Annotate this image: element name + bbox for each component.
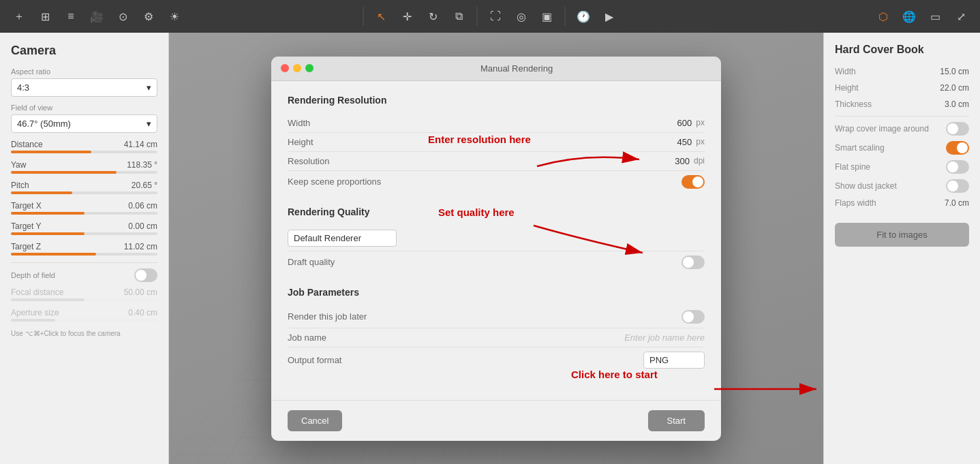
job-parameters-section: Job Parameters Render this job later Job… bbox=[288, 287, 705, 373]
job-name-row: Job name Enter job name here bbox=[288, 328, 705, 347]
depth-of-field-toggle[interactable] bbox=[134, 268, 157, 282]
target-x-value: 0.06 cm bbox=[128, 201, 157, 211]
toolbar-move-icon[interactable]: ✛ bbox=[397, 5, 418, 27]
toolbar-scene-icon[interactable]: ⛶ bbox=[485, 5, 506, 27]
toolbar-crop-icon[interactable]: ⊙ bbox=[112, 5, 134, 27]
flat-spine-row: Flat spine bbox=[835, 160, 969, 174]
toolbar-camera-icon[interactable]: 🎥 bbox=[86, 5, 108, 27]
target-y-slider[interactable] bbox=[11, 232, 157, 235]
wrap-cover-label: Wrap cover image around bbox=[835, 124, 929, 134]
job-name-label: Job name bbox=[288, 332, 369, 343]
pitch-slider[interactable] bbox=[11, 191, 157, 194]
toolbar-rotate-icon[interactable]: ↻ bbox=[423, 5, 444, 27]
thickness-prop-row: Thickness 3.0 cm bbox=[835, 99, 969, 109]
fov-chevron: ▾ bbox=[147, 119, 151, 129]
right-height-value: 22.0 cm bbox=[940, 83, 969, 93]
smart-scaling-toggle[interactable] bbox=[946, 141, 969, 155]
depth-of-field-row: Depth of field bbox=[11, 268, 157, 282]
resolution-row: Resolution 300 dpi bbox=[288, 152, 705, 171]
toolbar-sun-icon[interactable]: ☀ bbox=[164, 5, 185, 27]
toolbar-menu-icon[interactable]: ≡ bbox=[60, 5, 82, 27]
show-dust-jacket-label: Show dust jacket bbox=[835, 181, 897, 191]
rendering-quality-title: Rendering Quality bbox=[288, 206, 705, 217]
traffic-light-minimize[interactable] bbox=[293, 64, 301, 72]
toolbar-globe-icon[interactable]: 🌐 bbox=[898, 5, 920, 27]
distance-slider[interactable] bbox=[11, 151, 157, 153]
toolbar-grid-icon[interactable]: ⊞ bbox=[34, 5, 56, 27]
toolbar-expand-icon[interactable]: ⤢ bbox=[950, 5, 972, 27]
target-x-slider[interactable] bbox=[11, 212, 157, 215]
modal-footer: Cancel Start bbox=[271, 400, 721, 441]
toolbar-settings-icon[interactable]: ⚙ bbox=[138, 5, 159, 27]
job-name-placeholder[interactable]: Enter job name here bbox=[624, 332, 705, 343]
width-label: Width bbox=[288, 118, 369, 128]
fov-value: 46.7° (50mm) bbox=[17, 119, 71, 129]
resolution-right: 300 dpi bbox=[675, 156, 705, 166]
pitch-row: Pitch 20.65 ° bbox=[11, 181, 157, 190]
output-format-row: Output format PNG JPG TIFF EXR bbox=[288, 347, 705, 373]
toolbar-video-icon[interactable]: ▶ bbox=[598, 5, 620, 27]
distance-label: Distance bbox=[11, 140, 43, 149]
distance-value: 41.14 cm bbox=[124, 140, 157, 149]
start-button[interactable]: Start bbox=[648, 410, 705, 431]
keep-proportions-label: Keep scene proportions bbox=[288, 176, 381, 187]
smart-scaling-label: Smart scaling bbox=[835, 143, 885, 153]
fov-label: Field of view bbox=[11, 104, 157, 112]
toolbar-center-tools: ↖ ✛ ↻ ⧉ ⛶ ◎ ▣ 🕐 ▶ bbox=[361, 5, 620, 27]
width-value: 600 bbox=[677, 118, 692, 128]
traffic-light-maximize[interactable] bbox=[305, 64, 313, 72]
aperture-size-slider bbox=[11, 319, 157, 322]
height-prop-row: Height 22.0 cm bbox=[835, 83, 969, 93]
yaw-value: 118.35 ° bbox=[127, 160, 157, 170]
draft-quality-toggle[interactable] bbox=[682, 256, 705, 269]
toolbar-duplicate-icon[interactable]: ⧉ bbox=[448, 5, 470, 27]
draft-quality-row: Draft quality bbox=[288, 251, 705, 273]
modal-dialog: Manual Rendering Rendering Resolution Wi… bbox=[271, 57, 721, 441]
show-dust-jacket-toggle[interactable] bbox=[946, 179, 969, 193]
fit-images-button[interactable]: Fit to images bbox=[835, 223, 969, 247]
flaps-width-label: Flaps width bbox=[835, 198, 876, 208]
yaw-slider[interactable] bbox=[11, 171, 157, 174]
aspect-ratio-value: 4:3 bbox=[17, 82, 29, 93]
footer-tip: Use ⌥⌘+Click to focus the camera bbox=[11, 330, 157, 337]
toolbar-target-icon[interactable]: ◎ bbox=[510, 5, 532, 27]
flaps-width-value: 7.0 cm bbox=[945, 198, 969, 208]
smart-scaling-row: Smart scaling bbox=[835, 141, 969, 155]
wrap-cover-toggle[interactable] bbox=[946, 122, 969, 136]
fov-select[interactable]: 46.7° (50mm) ▾ bbox=[11, 114, 157, 133]
keep-proportions-toggle[interactable] bbox=[682, 175, 705, 189]
width-right: 600 px bbox=[677, 118, 705, 128]
modal-body: Rendering Resolution Width 600 px Height bbox=[271, 81, 721, 400]
rendering-resolution-section: Rendering Resolution Width 600 px Height bbox=[288, 95, 705, 193]
rendering-resolution-title: Rendering Resolution bbox=[288, 95, 705, 106]
target-z-label: Target Z bbox=[11, 242, 41, 251]
camera-title: Camera bbox=[11, 44, 157, 58]
width-unit: px bbox=[696, 118, 705, 127]
traffic-light-close[interactable] bbox=[281, 64, 289, 72]
job-parameters-title: Job Parameters bbox=[288, 287, 705, 298]
aperture-size-label: Aperture size bbox=[11, 308, 59, 318]
height-row: Height 450 px bbox=[288, 133, 705, 152]
target-y-row: Target Y 0.00 cm bbox=[11, 221, 157, 231]
pitch-label: Pitch bbox=[11, 181, 29, 190]
toolbar-surface-icon[interactable]: ▣ bbox=[536, 5, 558, 27]
flat-spine-toggle[interactable] bbox=[946, 160, 969, 174]
target-z-slider[interactable] bbox=[11, 253, 157, 256]
toolbar-panel-icon[interactable]: ▭ bbox=[924, 5, 946, 27]
focal-distance-label: Focal distance bbox=[11, 288, 63, 297]
right-width-value: 15.0 cm bbox=[940, 67, 969, 76]
resolution-label: Resolution bbox=[288, 156, 369, 166]
toolbar-add-icon[interactable]: ＋ bbox=[8, 5, 30, 27]
render-later-toggle[interactable] bbox=[682, 310, 705, 324]
cancel-button[interactable]: Cancel bbox=[288, 410, 342, 431]
modal-titlebar: Manual Rendering bbox=[271, 57, 721, 81]
toolbar-cube-icon[interactable]: ⬡ bbox=[872, 5, 894, 27]
output-format-select[interactable]: PNG JPG TIFF EXR bbox=[643, 352, 705, 369]
target-x-label: Target X bbox=[11, 201, 42, 211]
aspect-ratio-select[interactable]: 4:3 ▾ bbox=[11, 78, 157, 97]
renderer-select[interactable]: Default Renderer bbox=[288, 230, 397, 247]
toolbar-clock-icon[interactable]: 🕐 bbox=[572, 5, 594, 27]
target-y-label: Target Y bbox=[11, 221, 41, 231]
toolbar-right-tools: ⬡ 🌐 ▭ ⤢ bbox=[872, 5, 972, 27]
toolbar-select-icon[interactable]: ↖ bbox=[371, 5, 393, 27]
